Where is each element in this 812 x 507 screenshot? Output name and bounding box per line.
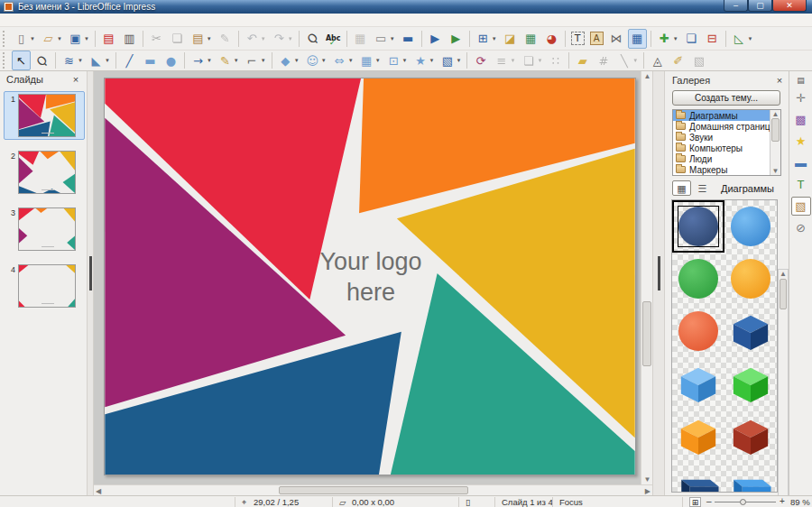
scroll-up-icon[interactable]: ▲ [779, 270, 788, 278]
slide-thumbnail-3[interactable]: 3 [4, 205, 85, 254]
slide-thumbnail-2[interactable]: 2 [4, 148, 85, 197]
dropdown-arrow-icon[interactable]: ▼ [348, 58, 354, 63]
dropdown-arrow-icon[interactable]: ▼ [321, 58, 327, 63]
dropdown-arrow-icon[interactable]: ▼ [234, 58, 239, 63]
vertical-scrollbar[interactable]: ▲ ▼ [641, 71, 652, 484]
show-draw-functions-button[interactable]: ◺▼ [730, 29, 755, 49]
gallery-item-sphere-navy[interactable] [672, 200, 724, 253]
gallery-item-cube-green[interactable] [724, 357, 777, 410]
splitter-grip[interactable] [658, 256, 660, 290]
scroll-right-icon[interactable]: ▶ [645, 487, 651, 495]
minimize-button[interactable]: – [724, 0, 748, 12]
dropdown-arrow-icon[interactable]: ▼ [105, 58, 110, 63]
cut-button[interactable]: ✂ [147, 29, 166, 49]
menu-tools[interactable] [92, 19, 105, 21]
glue-points-button[interactable]: ✐ [669, 51, 687, 70]
spelling-button[interactable]: Abc [324, 29, 343, 49]
dropdown-arrow-icon[interactable]: ▼ [78, 58, 83, 63]
new-document-button[interactable]: ▯▼ [12, 29, 37, 49]
block-arrows-button[interactable]: ⇔▼ [330, 51, 355, 70]
flowchart-shapes-button[interactable]: ▦▼ [357, 51, 383, 70]
toolbar-grip[interactable] [3, 31, 8, 47]
insert-table-button[interactable]: ⊞▼ [474, 29, 499, 49]
gallery-item-cube-red[interactable] [724, 410, 777, 462]
gallery-item-cube-orange[interactable] [672, 410, 724, 462]
gallery-item-sphere-blue[interactable] [724, 200, 777, 253]
scrollbar-thumb[interactable] [279, 486, 468, 494]
splitter-grip[interactable] [89, 256, 92, 290]
delete-slide-button[interactable]: ⊟ [703, 29, 722, 49]
print-button[interactable]: ▥ [120, 29, 139, 49]
maximize-button[interactable]: ▢ [748, 0, 772, 12]
symbol-shapes-button[interactable]: ☺▼ [303, 51, 328, 70]
zoom-slider[interactable] [715, 502, 776, 502]
distribute-selection-button[interactable]: ∷ [546, 51, 565, 70]
insert-header-footer-button[interactable]: A [588, 29, 605, 49]
dropdown-arrow-icon[interactable]: ▼ [510, 58, 515, 63]
dropdown-arrow-icon[interactable]: ▼ [288, 36, 293, 41]
slide-editing-area[interactable]: Your logo here [104, 78, 636, 475]
slideshow-settings-button[interactable]: ▶ [447, 29, 466, 49]
menu-slideshow[interactable] [79, 19, 92, 21]
scrollbar-thumb[interactable] [780, 279, 787, 309]
dropdown-arrow-icon[interactable]: ▼ [57, 36, 62, 41]
menu-insert[interactable] [42, 19, 54, 21]
gallery-item-sphere-orange[interactable] [724, 253, 777, 305]
list-view-button[interactable]: ☰ [693, 180, 712, 196]
dropdown-arrow-icon[interactable]: ▼ [456, 58, 461, 63]
ellipse-button[interactable]: ● [161, 51, 180, 70]
logo-placeholder-text[interactable]: Your logo here [258, 246, 484, 308]
select-button[interactable]: ↖ [12, 51, 31, 70]
horizontal-scrollbar[interactable]: ◀ ▶ [94, 484, 652, 495]
dropdown-arrow-icon[interactable]: ▼ [207, 58, 212, 63]
dropdown-arrow-icon[interactable]: ▼ [261, 36, 266, 41]
redo-button[interactable]: ↷▼ [270, 29, 295, 49]
insert-media-button[interactable]: ▦ [521, 29, 540, 49]
zoom-out-button[interactable]: – [706, 496, 712, 506]
gallery-item-box-blue[interactable] [724, 462, 777, 493]
start-slideshow-button[interactable]: ▶ [426, 29, 445, 49]
slides-panel-close-icon[interactable]: × [70, 74, 81, 85]
menu-slide[interactable] [67, 19, 79, 21]
open-file-button[interactable]: ▱▼ [39, 29, 64, 49]
icon-view-button[interactable]: ▦ [672, 180, 691, 196]
insert-line-button[interactable]: ╱ [120, 51, 139, 70]
slides-panel-splitter[interactable] [87, 71, 94, 495]
dropdown-arrow-icon[interactable]: ▼ [492, 36, 497, 41]
scroll-left-icon[interactable]: ◀ [96, 487, 101, 495]
insert-chart-button[interactable]: ◕ [542, 29, 561, 49]
edit-points-button[interactable]: ◬ [648, 51, 667, 70]
3d-objects-button[interactable]: ▧▼ [438, 51, 463, 70]
menu-window[interactable] [105, 19, 117, 21]
tab-properties[interactable]: ✛ [791, 88, 811, 107]
undo-button[interactable]: ↶▼ [243, 29, 268, 49]
align-objects-button[interactable]: ≡▼ [492, 51, 517, 70]
dropdown-arrow-icon[interactable]: ▼ [632, 58, 638, 63]
tab-styles[interactable]: T [791, 175, 811, 194]
shadow-button[interactable]: ▰ [573, 51, 592, 70]
dropdown-arrow-icon[interactable]: ▼ [390, 36, 395, 41]
display-grid-button[interactable]: ▦ [351, 29, 370, 49]
find-replace-button[interactable]: Ϙ [303, 29, 322, 49]
sidebar-settings[interactable]: ▤ [791, 74, 811, 86]
view-grid-toggle-button[interactable]: ▦ [628, 29, 647, 49]
tab-slide-transition[interactable]: ▩ [791, 110, 811, 129]
gallery-panel-close-icon[interactable]: × [774, 75, 785, 86]
slide-thumbnail-4[interactable]: 4 [4, 262, 85, 310]
gallery-folder-homepage[interactable]: Домашняя страница [673, 121, 780, 132]
curves-polygons-button[interactable]: ✎▼ [216, 51, 241, 70]
insert-image-button[interactable]: ◪ [501, 29, 520, 49]
dropdown-arrow-icon[interactable]: ▼ [402, 58, 408, 63]
star-shapes-button[interactable]: ★▼ [411, 51, 437, 70]
slide-thumbnail-1[interactable]: 1 [4, 91, 85, 140]
toolbar-grip[interactable] [3, 52, 8, 69]
connectors-button[interactable]: ⌐▼ [243, 51, 268, 70]
gallery-item-sphere-green[interactable] [672, 253, 724, 305]
close-button[interactable]: ✕ [772, 0, 807, 12]
dropdown-arrow-icon[interactable]: ▼ [375, 58, 381, 63]
dropdown-arrow-icon[interactable]: ▼ [429, 58, 435, 63]
dropdown-arrow-icon[interactable]: ▼ [537, 58, 542, 63]
gallery-grid-scrollbar[interactable]: ▲ ▼ [778, 269, 789, 507]
theme-list-scrollbar[interactable]: ▲ ▼ [770, 110, 780, 175]
insert-text-box-button[interactable]: T [569, 29, 586, 49]
